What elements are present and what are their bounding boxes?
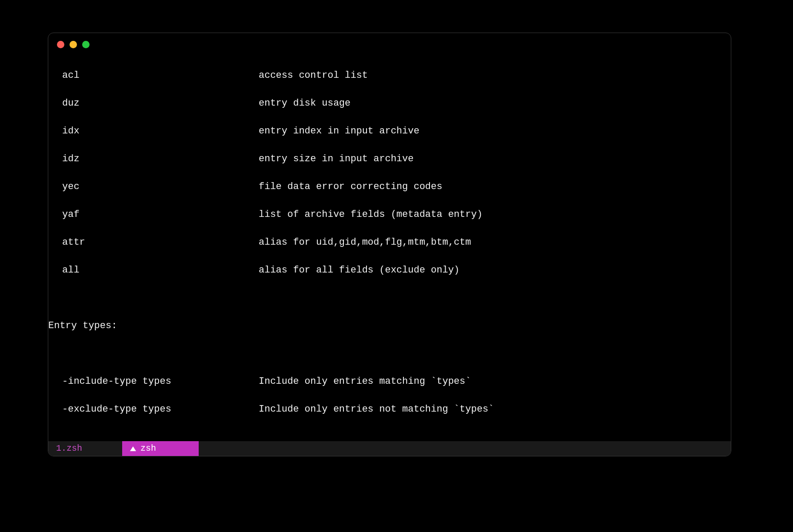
field-desc: entry size in input archive (259, 153, 413, 164)
field-desc: access control list (259, 70, 368, 81)
field-desc: alias for all fields (exclude only) (259, 265, 460, 276)
field-key: acl (62, 69, 259, 83)
option-desc: Include only entries not matching `types… (259, 404, 494, 415)
minimize-icon[interactable] (70, 41, 77, 48)
option-key: -exclude-type types (62, 402, 259, 416)
field-desc: alias for uid,gid,mod,flg,mtm,btm,ctm (259, 237, 471, 248)
field-key: idz (62, 152, 259, 166)
terminal-tabbar: 1.zsh zsh (48, 441, 731, 456)
tab-zsh-1[interactable]: 1.zsh (48, 441, 122, 456)
field-key: attr (62, 236, 259, 249)
field-desc: file data error correcting codes (259, 181, 442, 192)
field-desc: entry index in input archive (259, 126, 420, 136)
field-key: duz (62, 96, 259, 110)
close-icon[interactable] (57, 41, 64, 48)
tab-zsh-active[interactable]: zsh (122, 441, 199, 456)
option-key: -include-type types (62, 375, 259, 389)
section-heading: Entry types: (48, 320, 117, 331)
tab-label: zsh (140, 442, 156, 456)
field-desc: entry disk usage (259, 98, 350, 109)
window-traffic-lights (57, 41, 90, 48)
field-desc: list of archive fields (metadata entry) (259, 209, 483, 220)
zoom-icon[interactable] (82, 41, 90, 48)
option-desc: Include only entries matching `types` (259, 376, 471, 387)
field-key: idx (62, 124, 259, 138)
terminal-output[interactable]: aclaccess control list duzentry disk usa… (48, 55, 731, 440)
tab-label: 1.zsh (56, 442, 82, 456)
terminal-window: aclaccess control list duzentry disk usa… (48, 33, 731, 456)
field-key: yaf (62, 208, 259, 222)
field-key: all (62, 263, 259, 277)
active-indicator-icon (130, 446, 136, 451)
field-key: yec (62, 180, 259, 194)
